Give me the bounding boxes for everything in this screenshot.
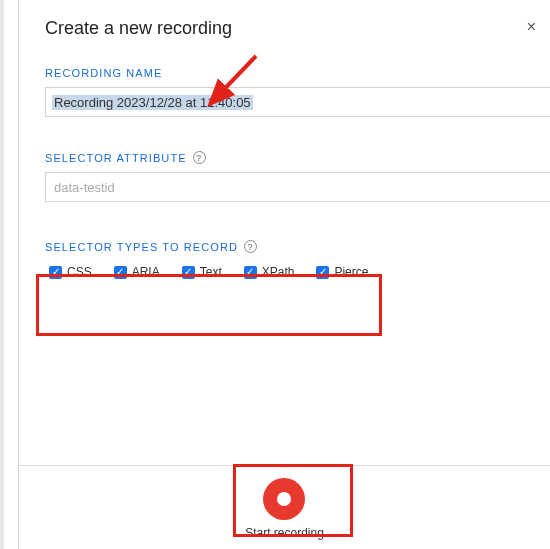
recording-name-label: RECORDING NAME <box>45 67 550 79</box>
checkbox-pierce[interactable]: ✓ Pierce <box>316 265 368 279</box>
selector-types-row: ✓ CSS ✓ ARIA ✓ Text ✓ XPath ✓ Pierce <box>45 261 550 289</box>
checkbox-aria[interactable]: ✓ ARIA <box>114 265 160 279</box>
close-icon[interactable]: × <box>527 18 536 36</box>
checkbox-text[interactable]: ✓ Text <box>182 265 222 279</box>
selector-attribute-label: SELECTOR ATTRIBUTE ? <box>45 151 550 164</box>
check-icon: ✓ <box>182 266 195 279</box>
page-title: Create a new recording <box>45 18 550 39</box>
check-icon: ✓ <box>114 266 127 279</box>
check-icon: ✓ <box>244 266 257 279</box>
check-icon: ✓ <box>49 266 62 279</box>
footer: Start recording <box>19 465 550 549</box>
record-icon <box>263 478 305 520</box>
start-recording-button[interactable]: Start recording <box>245 478 324 540</box>
help-icon[interactable]: ? <box>193 151 206 164</box>
checkbox-xpath[interactable]: ✓ XPath <box>244 265 295 279</box>
recording-name-input[interactable]: Recording 2023/12/28 at 11:40:05 <box>45 87 550 117</box>
selector-types-label: SELECTOR TYPES TO RECORD ? <box>45 240 550 253</box>
check-icon: ✓ <box>316 266 329 279</box>
checkbox-css[interactable]: ✓ CSS <box>49 265 92 279</box>
selector-attribute-input[interactable] <box>45 172 550 202</box>
recording-name-value: Recording 2023/12/28 at 11:40:05 <box>52 95 253 110</box>
help-icon[interactable]: ? <box>244 240 257 253</box>
